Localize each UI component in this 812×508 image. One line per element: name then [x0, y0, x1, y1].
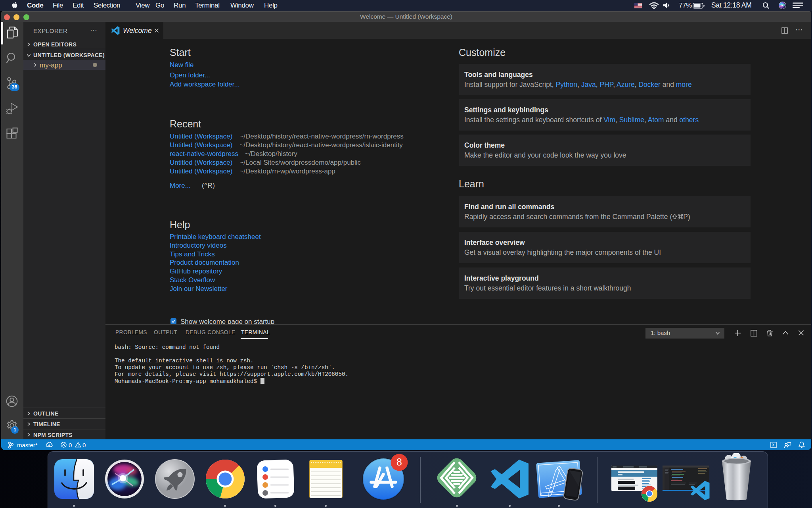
svg-text:8: 8	[396, 456, 402, 468]
